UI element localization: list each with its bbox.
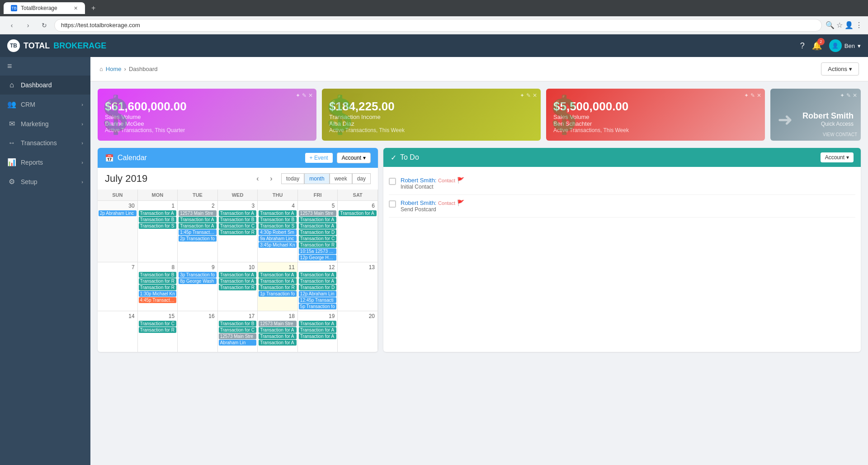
widget-edit-icon-2[interactable]: ✎ bbox=[526, 92, 531, 99]
widget-settings-icon[interactable]: ✦ bbox=[296, 92, 300, 99]
widget-edit-icon-3[interactable]: ✎ bbox=[750, 92, 755, 99]
cal-event-1-5-0[interactable]: Transaction for A bbox=[299, 272, 337, 278]
widget-settings-icon-4[interactable]: ✦ bbox=[840, 92, 844, 99]
cal-cell-2-0[interactable]: 14 bbox=[98, 311, 138, 352]
cal-event-2-3-3[interactable]: Abraham Lin bbox=[219, 340, 257, 346]
cal-event-1-5-4[interactable]: 12:45p Transacti bbox=[299, 297, 337, 303]
cal-today-button[interactable]: today bbox=[281, 173, 304, 184]
todo-checkbox-1[interactable] bbox=[389, 200, 396, 208]
cal-event-0-6-0[interactable]: Transaction for A bbox=[339, 210, 377, 216]
cal-event-1-1-1[interactable]: Transaction for R bbox=[139, 278, 177, 284]
refresh-button[interactable]: ↻ bbox=[38, 19, 51, 32]
cal-event-0-2-2[interactable]: Transaction for A bbox=[179, 223, 217, 229]
breadcrumb-home[interactable]: Home bbox=[106, 66, 122, 72]
cal-event-0-4-3[interactable]: 4:30p Robert Sm bbox=[259, 229, 297, 235]
cal-event-1-3-0[interactable]: Transaction for A bbox=[219, 272, 257, 278]
cal-event-2-5-0[interactable]: Transaction for A bbox=[299, 321, 337, 327]
sidebar-item-setup[interactable]: ⚙ Setup › bbox=[0, 172, 90, 191]
cal-event-0-5-3[interactable]: Transaction for D bbox=[299, 229, 337, 235]
cal-event-0-0-0[interactable]: 2p Abraham Linc bbox=[99, 210, 137, 216]
cal-event-2-1-1[interactable]: Transaction for R bbox=[139, 327, 177, 333]
cal-month-button[interactable]: month bbox=[304, 173, 329, 184]
cal-prev-button[interactable]: ‹ bbox=[251, 172, 264, 185]
sidebar-item-reports[interactable]: 📊 Reports › bbox=[0, 152, 90, 172]
new-tab-button[interactable]: + bbox=[89, 3, 98, 13]
widget-settings-icon-2[interactable]: ✦ bbox=[520, 92, 524, 99]
cal-event-1-3-2[interactable]: Transaction for R bbox=[219, 285, 257, 290]
cal-cell-0-3[interactable]: 3Transaction for ATransaction for BTrans… bbox=[218, 201, 258, 262]
cal-event-1-5-1[interactable]: Transaction for A bbox=[299, 278, 337, 284]
cal-event-2-4-1[interactable]: Transaction for A bbox=[259, 327, 297, 333]
cal-event-1-1-3[interactable]: 1:30p Michael Kn bbox=[139, 291, 177, 297]
cal-cell-0-1[interactable]: 1Transaction for ATransaction for BTrans… bbox=[138, 201, 178, 262]
cal-event-0-1-1[interactable]: Transaction for B bbox=[139, 217, 177, 223]
cal-event-1-2-1[interactable]: 8p George Wash bbox=[179, 278, 217, 284]
cal-event-0-4-2[interactable]: Transaction for S bbox=[259, 223, 297, 229]
actions-button[interactable]: Actions ▾ bbox=[821, 62, 859, 76]
cal-event-2-3-0[interactable]: Transaction for B bbox=[219, 321, 257, 327]
cal-event-0-4-4[interactable]: 9a Abraham Linc bbox=[259, 236, 297, 242]
cal-event-2-5-2[interactable]: Transaction for A bbox=[299, 333, 337, 339]
widget-close-icon[interactable]: ✕ bbox=[308, 92, 313, 99]
forward-button[interactable]: › bbox=[22, 19, 34, 32]
cal-cell-2-5[interactable]: 19Transaction for ATransaction for ATran… bbox=[298, 311, 338, 352]
cal-cell-0-6[interactable]: 6Transaction for A bbox=[338, 201, 378, 262]
widget-edit-icon[interactable]: ✎ bbox=[302, 92, 307, 99]
back-button[interactable]: ‹ bbox=[5, 19, 18, 32]
widget-close-icon-4[interactable]: ✕ bbox=[853, 92, 857, 99]
cal-week-button[interactable]: week bbox=[330, 173, 352, 184]
cal-cell-1-1[interactable]: 8Transaction for BTransaction for RTrans… bbox=[138, 262, 178, 311]
cal-event-0-5-7[interactable]: 12p George Harry bbox=[299, 255, 337, 261]
bookmark-icon[interactable]: ☆ bbox=[836, 21, 843, 29]
sidebar-item-crm[interactable]: 👥 CRM › bbox=[0, 95, 90, 114]
cal-event-1-4-2[interactable]: Transaction for R bbox=[259, 285, 297, 290]
cal-cell-1-5[interactable]: 12Transaction for ATransaction for ATran… bbox=[298, 262, 338, 311]
cal-event-1-4-0[interactable]: Transaction for A bbox=[259, 272, 297, 278]
cal-event-0-3-2[interactable]: Transaction for C bbox=[219, 223, 257, 229]
search-icon[interactable]: 🔍 bbox=[826, 21, 835, 29]
widget-edit-icon-4[interactable]: ✎ bbox=[846, 92, 851, 99]
cal-event-0-2-0[interactable]: 12573 Main Stre bbox=[179, 210, 217, 216]
cal-next-button[interactable]: › bbox=[265, 172, 278, 185]
cal-event-0-4-5[interactable]: 3:45p Michael Kn bbox=[259, 242, 297, 248]
cal-cell-0-5[interactable]: 512573 Main StreTransaction for ATransac… bbox=[298, 201, 338, 262]
cal-event-0-2-4[interactable]: 2p Transaction fo bbox=[179, 236, 217, 242]
todo-checkbox-0[interactable] bbox=[389, 178, 396, 185]
widget-close-icon-3[interactable]: ✕ bbox=[757, 92, 761, 99]
cal-event-1-5-3[interactable]: 12p Abraham Lin bbox=[299, 291, 337, 297]
cal-event-1-5-2[interactable]: Transaction for D bbox=[299, 285, 337, 290]
calendar-account-dropdown[interactable]: Account ▾ bbox=[337, 152, 371, 163]
cal-event-0-5-2[interactable]: Transaction for A bbox=[299, 223, 337, 229]
add-event-button[interactable]: + Event bbox=[305, 152, 333, 163]
cal-event-0-4-0[interactable]: Transaction for A bbox=[259, 210, 297, 216]
cal-cell-1-3[interactable]: 10Transaction for ATransaction for ATran… bbox=[218, 262, 258, 311]
cal-cell-2-3[interactable]: 17Transaction for BTransaction for C1257… bbox=[218, 311, 258, 352]
cal-event-0-1-2[interactable]: Transaction for S bbox=[139, 223, 177, 229]
cal-event-0-5-5[interactable]: Transaction for R bbox=[299, 242, 337, 248]
cal-event-1-3-1[interactable]: Transaction for A bbox=[219, 278, 257, 284]
cal-event-0-2-1[interactable]: Transaction for A bbox=[179, 217, 217, 223]
cal-event-1-1-4[interactable]: 4:45p Transaction bbox=[139, 297, 177, 303]
sidebar-item-dashboard[interactable]: ⌂ Dashboard bbox=[0, 76, 90, 95]
todo-account-button[interactable]: Account ▾ bbox=[821, 152, 854, 162]
cal-event-1-4-1[interactable]: Transaction for A bbox=[259, 278, 297, 284]
cal-cell-2-2[interactable]: 16 bbox=[178, 311, 218, 352]
cal-event-0-4-1[interactable]: Transaction for B bbox=[259, 217, 297, 223]
cal-event-1-1-0[interactable]: Transaction for B bbox=[139, 272, 177, 278]
cal-cell-1-2[interactable]: 93p Transaction fo8p George Wash bbox=[178, 262, 218, 311]
cal-cell-1-4[interactable]: 11Transaction for ATransaction for ATran… bbox=[258, 262, 298, 311]
cal-event-2-1-0[interactable]: Transaction for C bbox=[139, 321, 177, 327]
cal-cell-2-6[interactable]: 20 bbox=[338, 311, 378, 352]
cal-cell-1-6[interactable]: 13 bbox=[338, 262, 378, 311]
close-icon[interactable]: ✕ bbox=[74, 5, 78, 11]
cal-event-0-1-0[interactable]: Transaction for A bbox=[139, 210, 177, 216]
cal-event-1-1-2[interactable]: Transaction for R bbox=[139, 285, 177, 290]
cal-event-0-3-1[interactable]: Transaction for B bbox=[219, 217, 257, 223]
cal-event-2-4-0[interactable]: 12573 Main Stre bbox=[259, 321, 297, 327]
browser-tab[interactable]: TB TotalBrokerage ✕ bbox=[4, 2, 85, 14]
cal-event-2-4-2[interactable]: Transaction for A bbox=[259, 333, 297, 339]
user-menu[interactable]: 👤 Ben ▾ bbox=[829, 39, 861, 52]
cal-cell-0-2[interactable]: 212573 Main StreTransaction for ATransac… bbox=[178, 201, 218, 262]
view-contact-link[interactable]: VIEW CONTACT bbox=[823, 132, 857, 137]
cal-day-button[interactable]: day bbox=[352, 173, 371, 184]
